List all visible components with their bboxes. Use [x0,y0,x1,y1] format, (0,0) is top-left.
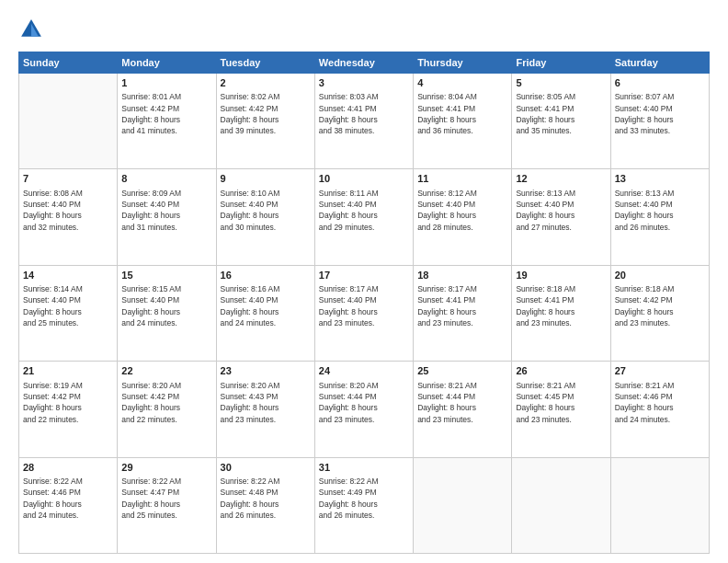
day-info: Sunrise: 8:22 AM Sunset: 4:49 PM Dayligh… [319,476,409,521]
day-number: 9 [221,172,311,186]
day-number: 28 [23,461,113,475]
day-info: Sunrise: 8:21 AM Sunset: 4:45 PM Dayligh… [516,380,606,425]
day-cell: 27Sunrise: 8:21 AM Sunset: 4:46 PM Dayli… [610,362,709,457]
day-info: Sunrise: 8:13 AM Sunset: 4:40 PM Dayligh… [516,188,606,233]
day-cell: 7Sunrise: 8:08 AM Sunset: 4:40 PM Daylig… [19,169,118,265]
week-row: 28Sunrise: 8:22 AM Sunset: 4:46 PM Dayli… [19,457,710,553]
day-cell: 3Sunrise: 8:03 AM Sunset: 4:41 PM Daylig… [314,74,413,169]
col-header-wednesday: Wednesday [314,52,413,74]
day-info: Sunrise: 8:18 AM Sunset: 4:41 PM Dayligh… [516,283,606,328]
day-number: 30 [221,461,311,475]
day-cell: 9Sunrise: 8:10 AM Sunset: 4:40 PM Daylig… [216,169,314,265]
day-cell: 28Sunrise: 8:22 AM Sunset: 4:46 PM Dayli… [19,457,118,553]
week-row: 7Sunrise: 8:08 AM Sunset: 4:40 PM Daylig… [19,169,710,265]
day-info: Sunrise: 8:22 AM Sunset: 4:47 PM Dayligh… [121,476,211,521]
day-info: Sunrise: 8:02 AM Sunset: 4:42 PM Dayligh… [221,91,311,136]
day-info: Sunrise: 8:20 AM Sunset: 4:43 PM Dayligh… [221,380,311,425]
day-info: Sunrise: 8:21 AM Sunset: 4:46 PM Dayligh… [615,380,705,425]
day-cell: 17Sunrise: 8:17 AM Sunset: 4:40 PM Dayli… [314,265,413,361]
day-number: 31 [319,461,409,475]
day-number: 16 [221,269,311,282]
day-number: 10 [319,172,409,186]
day-number: 1 [121,76,211,90]
day-cell: 2Sunrise: 8:02 AM Sunset: 4:42 PM Daylig… [216,74,314,169]
day-cell: 1Sunrise: 8:01 AM Sunset: 4:42 PM Daylig… [118,74,216,169]
day-info: Sunrise: 8:17 AM Sunset: 4:40 PM Dayligh… [319,283,409,328]
day-cell: 20Sunrise: 8:18 AM Sunset: 4:42 PM Dayli… [610,265,709,361]
day-info: Sunrise: 8:18 AM Sunset: 4:42 PM Dayligh… [615,283,705,328]
day-info: Sunrise: 8:08 AM Sunset: 4:40 PM Dayligh… [23,188,113,233]
week-row: 21Sunrise: 8:19 AM Sunset: 4:42 PM Dayli… [19,362,710,457]
day-cell [19,74,118,169]
week-row: 14Sunrise: 8:14 AM Sunset: 4:40 PM Dayli… [19,265,710,361]
day-info: Sunrise: 8:07 AM Sunset: 4:40 PM Dayligh… [615,91,705,136]
day-cell: 12Sunrise: 8:13 AM Sunset: 4:40 PM Dayli… [512,169,610,265]
day-info: Sunrise: 8:21 AM Sunset: 4:44 PM Dayligh… [417,380,507,425]
day-number: 2 [221,76,311,90]
day-info: Sunrise: 8:05 AM Sunset: 4:41 PM Dayligh… [516,91,606,136]
col-header-sunday: Sunday [19,52,118,74]
day-info: Sunrise: 8:16 AM Sunset: 4:40 PM Dayligh… [221,283,311,328]
day-number: 6 [615,76,705,90]
day-number: 13 [615,172,705,186]
day-cell: 23Sunrise: 8:20 AM Sunset: 4:43 PM Dayli… [216,362,314,457]
day-number: 25 [417,364,507,378]
col-header-tuesday: Tuesday [216,52,314,74]
day-cell [414,457,512,553]
week-row: 1Sunrise: 8:01 AM Sunset: 4:42 PM Daylig… [19,74,710,169]
day-cell: 22Sunrise: 8:20 AM Sunset: 4:42 PM Dayli… [118,362,216,457]
day-cell: 18Sunrise: 8:17 AM Sunset: 4:41 PM Dayli… [414,265,512,361]
day-info: Sunrise: 8:01 AM Sunset: 4:42 PM Dayligh… [121,91,211,136]
day-number: 20 [615,269,705,282]
col-header-thursday: Thursday [414,52,512,74]
day-number: 4 [417,76,507,90]
day-info: Sunrise: 8:17 AM Sunset: 4:41 PM Dayligh… [417,283,507,328]
day-cell: 26Sunrise: 8:21 AM Sunset: 4:45 PM Dayli… [512,362,610,457]
day-number: 27 [615,364,705,378]
day-cell: 19Sunrise: 8:18 AM Sunset: 4:41 PM Dayli… [512,265,610,361]
page: SundayMondayTuesdayWednesdayThursdayFrid… [0,0,728,563]
header [18,17,710,42]
day-number: 5 [516,76,606,90]
header-row: SundayMondayTuesdayWednesdayThursdayFrid… [19,52,710,74]
day-info: Sunrise: 8:22 AM Sunset: 4:46 PM Dayligh… [23,476,113,521]
day-info: Sunrise: 8:19 AM Sunset: 4:42 PM Dayligh… [23,380,113,425]
day-number: 24 [319,364,409,378]
day-number: 29 [121,461,211,475]
day-info: Sunrise: 8:20 AM Sunset: 4:44 PM Dayligh… [319,380,409,425]
day-cell [512,457,610,553]
day-info: Sunrise: 8:20 AM Sunset: 4:42 PM Dayligh… [121,380,211,425]
logo [18,17,48,42]
day-cell: 4Sunrise: 8:04 AM Sunset: 4:41 PM Daylig… [414,74,512,169]
day-info: Sunrise: 8:15 AM Sunset: 4:40 PM Dayligh… [121,283,211,328]
day-info: Sunrise: 8:12 AM Sunset: 4:40 PM Dayligh… [417,188,507,233]
day-number: 26 [516,364,606,378]
day-number: 19 [516,269,606,282]
day-number: 23 [221,364,311,378]
day-info: Sunrise: 8:11 AM Sunset: 4:40 PM Dayligh… [319,188,409,233]
day-cell: 16Sunrise: 8:16 AM Sunset: 4:40 PM Dayli… [216,265,314,361]
day-info: Sunrise: 8:03 AM Sunset: 4:41 PM Dayligh… [319,91,409,136]
col-header-saturday: Saturday [610,52,709,74]
day-info: Sunrise: 8:14 AM Sunset: 4:40 PM Dayligh… [23,283,113,328]
day-cell: 21Sunrise: 8:19 AM Sunset: 4:42 PM Dayli… [19,362,118,457]
day-cell: 30Sunrise: 8:22 AM Sunset: 4:48 PM Dayli… [216,457,314,553]
day-number: 18 [417,269,507,282]
day-cell: 25Sunrise: 8:21 AM Sunset: 4:44 PM Dayli… [414,362,512,457]
logo-icon [18,17,44,42]
day-cell: 29Sunrise: 8:22 AM Sunset: 4:47 PM Dayli… [118,457,216,553]
day-info: Sunrise: 8:13 AM Sunset: 4:40 PM Dayligh… [615,188,705,233]
day-info: Sunrise: 8:22 AM Sunset: 4:48 PM Dayligh… [221,476,311,521]
day-cell: 31Sunrise: 8:22 AM Sunset: 4:49 PM Dayli… [314,457,413,553]
col-header-friday: Friday [512,52,610,74]
day-number: 17 [319,269,409,282]
calendar-table: SundayMondayTuesdayWednesdayThursdayFrid… [18,52,710,554]
day-cell: 5Sunrise: 8:05 AM Sunset: 4:41 PM Daylig… [512,74,610,169]
day-number: 14 [23,269,113,282]
day-cell: 6Sunrise: 8:07 AM Sunset: 4:40 PM Daylig… [610,74,709,169]
day-number: 12 [516,172,606,186]
day-number: 8 [121,172,211,186]
day-cell: 10Sunrise: 8:11 AM Sunset: 4:40 PM Dayli… [314,169,413,265]
day-number: 7 [23,172,113,186]
day-info: Sunrise: 8:10 AM Sunset: 4:40 PM Dayligh… [221,188,311,233]
